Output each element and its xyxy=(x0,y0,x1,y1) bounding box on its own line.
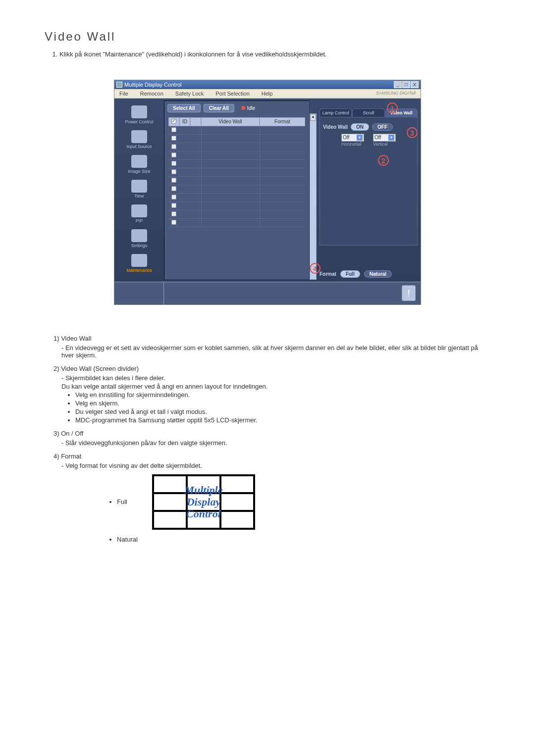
sidebar-item-pip[interactable]: PIP xyxy=(116,204,162,223)
col-id: ID xyxy=(179,117,190,126)
row-checkbox[interactable] xyxy=(171,203,176,208)
clear-all-button[interactable]: Clear All xyxy=(204,104,234,112)
right-panel: 1 Lamp Control Scroll Video Wall 3 Video… xyxy=(317,99,421,282)
col-check[interactable] xyxy=(168,117,179,126)
row-checkbox[interactable] xyxy=(171,127,176,132)
callout-4: 4 xyxy=(310,263,321,274)
table-row[interactable] xyxy=(168,210,305,219)
sidebar-label-time: Time xyxy=(116,194,162,199)
demo-line-1: Multiple xyxy=(184,484,222,496)
table-row[interactable] xyxy=(168,219,305,227)
row-checkbox[interactable] xyxy=(171,169,176,174)
row-checkbox[interactable] xyxy=(171,220,176,225)
chevron-down-icon: ▾ xyxy=(388,135,394,141)
item-2-bullet-1: Velg en innstilling for skjerminndelinge… xyxy=(75,391,490,399)
table-row[interactable] xyxy=(168,126,305,135)
table-row[interactable] xyxy=(168,151,305,160)
pip-icon xyxy=(131,204,147,217)
item-2-desc: - Skjermbildet kan deles i flere deler. xyxy=(61,374,490,382)
sidebar: Power Control Input Source Image Size Ti… xyxy=(114,99,164,282)
row-checkbox[interactable] xyxy=(171,211,176,216)
horizontal-label: Horizontal xyxy=(341,142,364,147)
video-wall-label: Video Wall xyxy=(323,124,348,130)
item-3-title: 3) On / Off xyxy=(54,430,83,437)
page-title: Video Wall xyxy=(45,30,490,44)
row-checkbox[interactable] xyxy=(171,186,176,191)
item-2-bullet-4: MDC-programmet fra Samsung støtter oppti… xyxy=(75,416,490,424)
sidebar-label-pip: PIP xyxy=(116,218,162,223)
natural-button[interactable]: Natural xyxy=(364,270,392,278)
on-button[interactable]: ON xyxy=(351,123,369,131)
off-button[interactable]: OFF xyxy=(372,123,393,131)
chevron-down-icon: ▾ xyxy=(357,135,363,141)
menu-help[interactable]: Help xyxy=(259,90,276,97)
table-row[interactable] xyxy=(168,135,305,143)
menu-safety-lock[interactable]: Safety Lock xyxy=(172,90,207,97)
row-checkbox[interactable] xyxy=(171,144,176,149)
row-checkbox[interactable] xyxy=(171,136,176,141)
table-row[interactable] xyxy=(168,160,305,168)
callout-1: 1 xyxy=(387,102,398,113)
table-row[interactable] xyxy=(168,185,305,194)
window-title: Multiple Display Control xyxy=(124,82,182,88)
sidebar-item-image[interactable]: Image Size xyxy=(116,155,162,174)
row-checkbox[interactable] xyxy=(171,195,176,200)
settings-icon xyxy=(131,229,147,242)
item-2-bullet-3: Du velger sted ved å angi et tall i valg… xyxy=(75,408,490,415)
row-checkbox[interactable] xyxy=(171,178,176,183)
close-button[interactable]: X xyxy=(411,81,419,88)
image-icon xyxy=(131,155,147,168)
check-all-icon[interactable] xyxy=(171,119,176,124)
table-row[interactable] xyxy=(168,202,305,210)
col-icon xyxy=(190,117,201,126)
menu-remocon[interactable]: Remocon xyxy=(137,90,166,97)
sidebar-item-input[interactable]: Input Source xyxy=(116,130,162,149)
tab-lamp-control[interactable]: Lamp Control xyxy=(320,108,352,117)
vertical-select[interactable]: Off▾ xyxy=(373,134,396,142)
sidebar-item-power[interactable]: Power Control xyxy=(116,105,162,124)
statusbar: ! xyxy=(114,282,421,304)
select-all-button[interactable]: Select All xyxy=(167,104,201,112)
power-icon xyxy=(131,105,147,118)
item-1-title: 1) Video Wall xyxy=(54,335,92,342)
vertical-label: Vertical xyxy=(373,142,396,147)
sidebar-item-maintenance[interactable]: Maintenance xyxy=(116,254,162,273)
col-video-wall: Video Wall xyxy=(201,117,260,126)
row-checkbox[interactable] xyxy=(171,152,176,157)
display-grid: ID Video Wall Format xyxy=(168,117,305,227)
idle-label: Idle xyxy=(247,105,255,111)
item-2-title: 2) Video Wall (Screen divider) xyxy=(54,365,139,372)
demo-line-2: Display xyxy=(187,496,220,508)
sidebar-item-time[interactable]: Time xyxy=(116,180,162,199)
minimize-button[interactable]: _ xyxy=(394,81,402,88)
input-icon xyxy=(131,130,147,143)
table-row[interactable] xyxy=(168,143,305,151)
sidebar-label-image: Image Size xyxy=(116,169,162,174)
app-window: Multiple Display Control _ □ X File Remo… xyxy=(114,80,421,305)
table-row[interactable] xyxy=(168,194,305,202)
full-button[interactable]: Full xyxy=(340,270,360,278)
grid-scrollbar[interactable]: ▲ xyxy=(310,113,317,280)
intro-list: Klikk på ikonet "Maintenance" (vedlikeho… xyxy=(59,50,490,60)
row-checkbox[interactable] xyxy=(171,161,176,166)
table-row[interactable] xyxy=(168,177,305,185)
sidebar-item-settings[interactable]: Settings xyxy=(116,229,162,248)
tab-scroll[interactable]: Scroll xyxy=(352,108,384,117)
menu-file[interactable]: File xyxy=(116,90,131,97)
main-center: Select All Clear All Idle ID Video Wall … xyxy=(164,101,310,280)
callout-2: 2 xyxy=(378,155,389,166)
table-row[interactable] xyxy=(168,168,305,177)
brand-label: SAMSUNG DIGITall xyxy=(373,90,419,97)
item-2-line: Du kan velge antall skjermer ved å angi … xyxy=(61,383,490,390)
maximize-button[interactable]: □ xyxy=(402,81,410,88)
item-1-desc: - En videovegg er et sett av videoskjerm… xyxy=(61,344,490,359)
col-format: Format xyxy=(260,117,305,126)
scroll-up-button[interactable]: ▲ xyxy=(310,114,316,121)
horizontal-select[interactable]: Off▾ xyxy=(341,134,364,142)
app-icon xyxy=(116,82,122,88)
idle-dot-icon xyxy=(241,106,245,110)
callout-3: 3 xyxy=(407,127,418,138)
item-2-bullet-2: Velg en skjerm. xyxy=(75,400,490,407)
titlebar: Multiple Display Control _ □ X xyxy=(114,80,421,89)
menu-port-selection[interactable]: Port Selection xyxy=(213,90,252,97)
